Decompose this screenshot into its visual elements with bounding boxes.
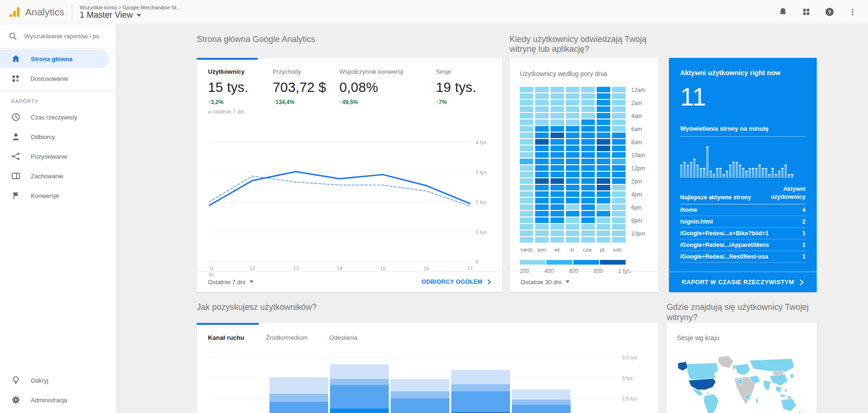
heatmap-cell bbox=[551, 100, 564, 105]
table-row[interactable]: /Google+Redesi...Nest/Nest-usa 1 bbox=[680, 251, 806, 263]
date-range-selector[interactable]: Ostatnie 30 dni bbox=[521, 279, 570, 286]
heatmap-cell bbox=[520, 87, 533, 92]
acquisition-stacked-chart: 2,5 tys.3 tys.3,5 tys. bbox=[197, 346, 659, 413]
sparkline-bar bbox=[706, 147, 709, 178]
tab-source-medium[interactable]: Źródło/medium bbox=[266, 334, 308, 341]
sidebar-item-home[interactable]: Strona główna bbox=[0, 49, 110, 68]
metric-conversion-rate[interactable]: Współczynnik konwersji 0,08% ↑49,5% bbox=[339, 68, 436, 114]
sidebar-item-customization[interactable]: Dostosowanie bbox=[0, 69, 110, 88]
table-row[interactable]: /Google+Redesi...s+Bike?biid=1 1 bbox=[680, 228, 806, 239]
heatmap-cell bbox=[612, 211, 626, 217]
date-range-selector[interactable]: Ostatnie 7 dni bbox=[208, 279, 254, 286]
section-headers-bottom: Jak pozyskujesz użytkowników? Gdzie znaj… bbox=[197, 302, 817, 323]
heatmap-cell bbox=[581, 224, 595, 230]
sparkline-bar bbox=[716, 168, 718, 178]
sparkline-bar bbox=[755, 168, 758, 178]
hour-label: 8am bbox=[631, 139, 645, 152]
heatmap-cell bbox=[566, 93, 579, 99]
heatmap-cell bbox=[520, 191, 533, 197]
metric-sessions[interactable]: Sesje 19 tys. ↑7% bbox=[436, 68, 476, 114]
heatmap-cell bbox=[566, 87, 579, 92]
heatmap-cell bbox=[566, 231, 579, 236]
more-vert-icon[interactable] bbox=[848, 8, 857, 16]
sidebar-item-conversions[interactable]: Konwersje bbox=[0, 186, 110, 205]
heatmap-cell bbox=[520, 198, 533, 203]
time-of-day-card-footer: Ostatnie 30 dni bbox=[510, 271, 659, 292]
notifications-bell-icon[interactable] bbox=[778, 7, 788, 17]
when-section-title: Kiedy użytkownicy odwiedzają Twoją witry… bbox=[510, 35, 659, 54]
table-row[interactable]: /signin.html 2 bbox=[680, 216, 806, 228]
sidebar-item-admin[interactable]: Administracja bbox=[0, 391, 110, 409]
users-trend-chart: 01 tys.2 tys.3 tys.4 tys.11lis1213141516… bbox=[209, 121, 498, 280]
heatmap-cell bbox=[551, 119, 564, 125]
page-path: /home bbox=[680, 207, 697, 213]
sparkline-bar bbox=[739, 165, 741, 178]
hour-label: 4am bbox=[631, 113, 645, 126]
heatmap-cell bbox=[535, 159, 549, 164]
sparkline-bar bbox=[687, 165, 689, 178]
pageviews-per-minute-title: Wyświetlenia strony na minutę bbox=[680, 125, 806, 137]
sidebar-item-discover[interactable]: Odkryj bbox=[0, 371, 110, 390]
heatmap-cell bbox=[551, 146, 564, 151]
sparkline-bar bbox=[762, 168, 764, 178]
help-icon[interactable]: ? bbox=[825, 7, 834, 17]
heatmap-cell bbox=[597, 139, 610, 145]
sidebar-item-audience[interactable]: Odbiorcy bbox=[0, 127, 110, 146]
realtime-report-link[interactable]: RAPORT W CZASIE RZECZYWISTYM bbox=[669, 272, 817, 292]
heatmap-cell bbox=[551, 172, 564, 177]
acquisition-tabs: Kanał ruchu Źródło/medium Odesłania bbox=[197, 323, 659, 341]
legend-band bbox=[600, 260, 626, 265]
hour-label: 10pm bbox=[631, 231, 645, 244]
sidebar-item-acquisition[interactable]: Pozyskiwanie bbox=[0, 147, 110, 166]
analytics-logo-icon bbox=[8, 6, 21, 18]
svg-text:2,5 tys.: 2,5 tys. bbox=[622, 396, 638, 401]
overview-section-title: Strona główna Google Analytics bbox=[197, 35, 502, 44]
dropdown-caret-icon bbox=[137, 14, 141, 17]
tab-traffic-channel[interactable]: Kanał ruchu bbox=[208, 334, 244, 341]
sidebar-item-behavior[interactable]: Zachowanie bbox=[0, 167, 110, 185]
metric-tabs: Użytkownicy 15 tys. ↑3,2% a ostatnie 7 d… bbox=[197, 58, 502, 114]
heatmap-cell bbox=[581, 119, 595, 125]
svg-text:3 tys.: 3 tys. bbox=[475, 169, 488, 175]
search-input[interactable] bbox=[24, 33, 107, 40]
active-users-value: 4 bbox=[802, 207, 806, 213]
sparkline-bar bbox=[745, 171, 748, 178]
heatmap-cell bbox=[551, 87, 564, 92]
tab-referrals[interactable]: Odesłania bbox=[329, 334, 358, 341]
heatmap-cell bbox=[551, 126, 564, 132]
metric-revenue[interactable]: Przychody 703,72 $ ↑134,4% bbox=[273, 68, 339, 114]
apps-grid-icon[interactable] bbox=[802, 7, 811, 16]
heatmap-cell bbox=[581, 159, 595, 164]
heatmap-cell bbox=[520, 211, 533, 217]
sparkline-bar bbox=[683, 162, 686, 178]
heatmap-cell bbox=[581, 133, 595, 138]
heatmap-cell bbox=[597, 217, 610, 223]
sidebar-item-label: Pozyskiwanie bbox=[31, 153, 68, 160]
lightbulb-icon bbox=[11, 376, 21, 385]
active-users-value: 1 bbox=[802, 242, 806, 248]
heatmap-cell bbox=[612, 87, 626, 92]
sparkline-bar bbox=[788, 174, 790, 178]
page-path: /Google+Redesi.../Apparel/Mens bbox=[680, 242, 769, 248]
audience-overview-link[interactable]: ODBIORCY OGÓŁEM bbox=[421, 279, 491, 285]
heatmap-cell bbox=[520, 146, 533, 151]
heatmap-cell bbox=[535, 139, 549, 145]
heatmap-cell bbox=[566, 217, 579, 223]
table-row[interactable]: /home 4 bbox=[680, 204, 806, 216]
heatmap-cell bbox=[551, 217, 564, 223]
sparkline-bar bbox=[752, 168, 754, 178]
heatmap-day-labels: niedz.pon.wt.śr.czw.pt.sob. bbox=[520, 247, 626, 252]
sidebar-item-realtime[interactable]: Czas rzeczywisty bbox=[0, 108, 110, 126]
heatmap-cell bbox=[612, 93, 626, 99]
legend-band bbox=[546, 260, 572, 265]
heatmap-cell bbox=[535, 237, 549, 243]
table-row[interactable]: /Google+Redesi.../Apparel/Mens 1 bbox=[680, 239, 806, 251]
heatmap-cell bbox=[612, 231, 626, 236]
sparkline-bar bbox=[729, 165, 731, 178]
day-label: wt. bbox=[550, 247, 565, 252]
heatmap-cell bbox=[612, 100, 626, 105]
heatmap-cell bbox=[597, 152, 610, 158]
heatmap-cell bbox=[535, 211, 549, 217]
metric-users[interactable]: Użytkownicy 15 tys. ↑3,2% a ostatnie 7 d… bbox=[208, 68, 273, 114]
account-switcher[interactable]: Wszystkie konta > Google Merchandise St.… bbox=[80, 4, 180, 20]
